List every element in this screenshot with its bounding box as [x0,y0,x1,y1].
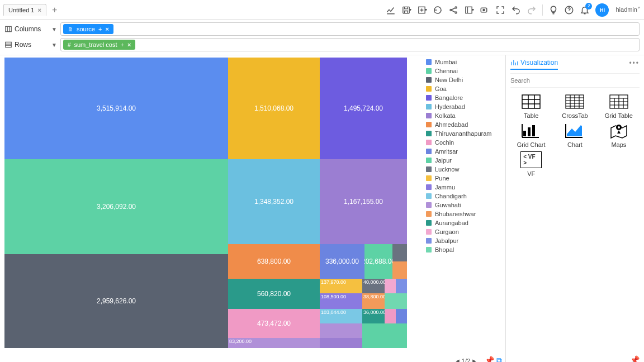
rows-pill-sum-travel-cost[interactable]: # sum_travel cost + × [63,40,135,50]
vf-icon: < VF > [520,151,542,168]
columns-pill-source[interactable]: 🗎 source + × [63,24,113,34]
treemap-cell[interactable] [392,244,407,261]
treemap-cell[interactable]: 1,495,724.00 [320,58,407,159]
pin-icon[interactable]: 📌 [485,356,494,362]
treemap-cell[interactable] [362,323,407,348]
pager[interactable]: ◄ 1/2 ► [454,358,477,362]
legend-item[interactable]: Aurangabad [426,220,503,226]
legend-item[interactable]: Ahmedabad [426,121,503,128]
add-tab-button[interactable]: + [49,4,60,16]
legend-item[interactable]: Bhubaneshwar [426,211,503,217]
visualization-tab[interactable]: Visualization [510,59,558,70]
legend-item[interactable]: Pune [426,175,503,182]
viz-gridchart[interactable]: Grid Chart [510,122,552,148]
treemap-cell[interactable]: 108,500.00 [320,293,362,309]
treemap-cell[interactable]: 40,000.00 [362,279,385,293]
record-icon[interactable] [480,5,490,15]
close-icon[interactable]: × [37,7,41,13]
close-icon[interactable]: × [105,26,108,32]
viz-chart[interactable]: Chart [554,122,595,148]
legend-item[interactable]: Goa [426,85,503,92]
treemap-cell[interactable] [385,279,396,293]
divider [542,4,543,16]
treemap-cell[interactable]: 1,348,352.00 [228,159,320,244]
chevron-down-icon[interactable]: ▼ [51,42,57,48]
legend-item[interactable]: Jabalpur [426,237,503,244]
treemap-cell[interactable] [385,309,396,323]
avatar[interactable]: HI [595,3,609,17]
notification-icon[interactable]: 2 [580,5,590,15]
plus-icon[interactable]: + [121,41,124,48]
viz-vf[interactable]: < VF > VF [510,151,552,177]
close-icon[interactable]: × [127,41,131,48]
treemap-cell[interactable] [392,261,407,279]
treemap-cell[interactable]: 638,800.00 [228,244,320,279]
treemap-cell[interactable]: 473,472.00 [228,309,320,338]
legend-item[interactable]: Hyderabad [426,103,503,110]
treemap-cell[interactable]: 560,820.00 [228,279,320,309]
legend-item[interactable]: Thiruvananthapuram [426,130,503,137]
legend-item[interactable]: Chandigarh [426,193,503,199]
share-icon[interactable] [448,5,458,15]
treemap-cell[interactable] [385,293,407,309]
panel-pin-icon[interactable]: 📌 [630,355,640,362]
legend-item[interactable]: Bhopal [426,246,503,253]
treemap-cell[interactable]: 3,206,092.00 [4,159,228,254]
treemap-cell[interactable]: 103,044.00 [320,309,362,323]
treemap-cell[interactable] [320,338,362,348]
lightbulb-icon[interactable] [548,5,558,15]
legend-item[interactable]: New Delhi [426,77,503,83]
legend-item[interactable]: Amritsar [426,148,503,155]
search-input[interactable] [510,74,640,88]
tab-untitled[interactable]: Untitled 1 × [3,4,46,16]
chevron-down-icon[interactable]: ▼ [51,26,57,32]
legend-item[interactable]: Lucknow [426,166,503,173]
viz-maps[interactable]: Maps [598,122,640,148]
columns-shelf-body[interactable]: 🗎 source + × [60,22,640,36]
treemap-cell[interactable] [396,279,407,293]
help-icon[interactable] [564,5,574,15]
legend-item[interactable]: Jammu [426,184,503,190]
user-label[interactable]: hiadmin˅ [615,6,641,13]
treemap-cell[interactable]: 36,000.00 [362,309,385,323]
legend-item[interactable]: Gurgaon [426,228,503,235]
legend-label: Goa [435,85,447,92]
legend-item[interactable]: Kolkata [426,112,503,119]
treemap-cell[interactable]: 2,959,626.00 [4,254,228,348]
redo-icon[interactable] [527,5,537,15]
save-icon[interactable]: ▾ [401,5,411,15]
more-icon[interactable]: ••• [629,59,640,69]
treemap-cell[interactable]: 1,510,068.00 [228,58,320,159]
undo-icon[interactable] [511,5,521,15]
legend-item[interactable]: Cochin [426,139,503,146]
fullscreen-icon[interactable] [495,5,505,15]
treemap-cell[interactable] [396,309,407,323]
layout-icon[interactable]: ▾ [464,5,474,15]
prev-page-icon[interactable]: ◄ [454,358,461,362]
viz-gridtable[interactable]: Grid Table [598,93,640,119]
treemap-cell[interactable]: 336,000.00 [320,244,364,279]
treemap-cell[interactable]: 1,167,155.00 [320,159,407,244]
treemap-cell[interactable]: 202,688.00 [364,244,392,279]
treemap-chart[interactable]: 3,515,914.003,206,092.002,959,626.001,51… [4,58,422,348]
viz-table[interactable]: Table [510,93,552,119]
treemap-cell[interactable]: 137,970.00 [320,279,362,293]
legend-item[interactable]: Jaipur [426,157,503,164]
legend-item[interactable]: Bangalore [426,94,503,101]
treemap-cell[interactable]: 3,515,914.00 [4,58,228,159]
plus-icon[interactable]: + [98,26,102,32]
legend-item[interactable]: Chennai [426,68,503,74]
export-icon[interactable]: ▾ [417,5,427,15]
viz-crosstab[interactable]: CrossTab [554,93,595,119]
top-actions: ▾ ▾ ▾ 2 HI hiadmin˅ [386,3,641,17]
treemap-cell[interactable]: 83,200.00 [228,338,320,348]
legend-item[interactable]: Mumbai [426,59,503,65]
pin-filter-icon[interactable]: ⧉ [496,356,502,362]
treemap-cell[interactable]: 38,800.00 [362,293,385,309]
rows-shelf-body[interactable]: # sum_travel cost + × [60,38,640,51]
refresh-icon[interactable] [433,5,443,15]
chart-icon[interactable] [386,5,396,15]
next-page-icon[interactable]: ► [471,358,477,362]
legend-item[interactable]: Guwahati [426,202,503,208]
treemap-cell[interactable] [320,323,362,338]
